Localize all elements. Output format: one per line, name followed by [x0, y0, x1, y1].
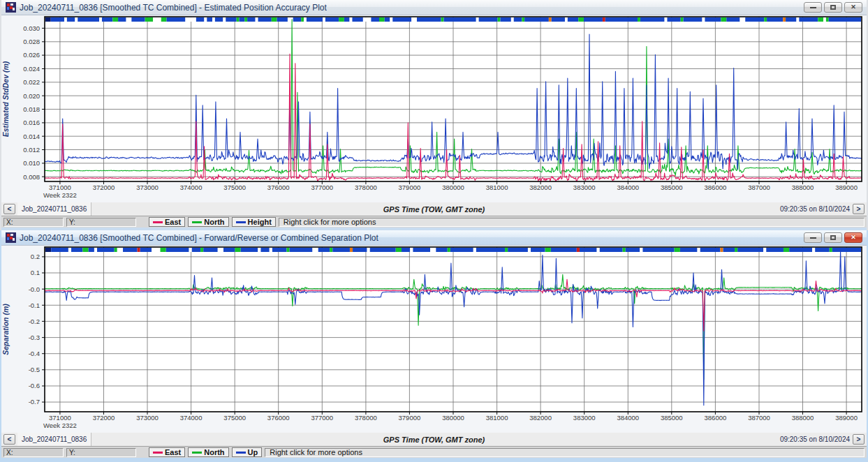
svg-text:-0.2: -0.2: [29, 318, 40, 325]
accuracy-window-titlebar[interactable]: Job_20240711_0836 [Smoothed TC Combined]…: [1, 0, 867, 15]
svg-text:0.020: 0.020: [23, 92, 40, 100]
legend-north-label: North: [204, 448, 224, 456]
svg-text:389000: 389000: [835, 414, 858, 422]
svg-text:388000: 388000: [792, 184, 814, 191]
svg-text:377000: 377000: [311, 414, 333, 422]
svg-text:373000: 373000: [136, 414, 159, 422]
next-plot-button[interactable]: >: [853, 434, 865, 445]
svg-text:0.018: 0.018: [23, 105, 40, 113]
svg-text:377000: 377000: [311, 184, 333, 191]
svg-text:375000: 375000: [223, 184, 246, 191]
svg-text:376000: 376000: [267, 414, 290, 422]
svg-text:389000: 389000: [835, 184, 858, 191]
minimize-icon: [810, 7, 816, 8]
plot-timestamp: 09:20:35 on 8/10/2024: [780, 435, 853, 443]
north-line-swatch: [192, 452, 202, 454]
legend-up-label: Up: [248, 448, 258, 456]
svg-text:371000: 371000: [49, 414, 71, 422]
cursor-x-readout: X:: [3, 218, 64, 227]
svg-text:0.012: 0.012: [23, 146, 40, 154]
accuracy-plot-canvas[interactable]: 3710003720003730003740003750003760003770…: [1, 15, 867, 202]
svg-text:386000: 386000: [705, 414, 727, 422]
svg-text:387000: 387000: [748, 414, 770, 422]
minimize-button[interactable]: [804, 2, 822, 13]
separation-status-bar: X: Y: East North Up Right click for more…: [1, 446, 867, 458]
svg-text:-0.0: -0.0: [29, 285, 40, 293]
svg-text:382000: 382000: [529, 414, 552, 422]
maximize-icon: [830, 235, 836, 240]
close-icon: ✕: [851, 234, 856, 241]
svg-text:383000: 383000: [573, 184, 596, 191]
legend-east-label: East: [165, 448, 181, 456]
prev-plot-button[interactable]: <: [3, 434, 15, 445]
separation-plot-canvas[interactable]: 3710003720003730003740003750003760003770…: [1, 246, 867, 433]
cursor-x-readout: X:: [3, 448, 64, 457]
legend-up: Up: [232, 447, 263, 457]
svg-text:372000: 372000: [93, 414, 115, 422]
x-axis-title: GPS Time (TOW, GMT zone): [1, 435, 867, 444]
svg-text:Week 2322: Week 2322: [43, 191, 77, 199]
svg-text:378000: 378000: [355, 414, 377, 422]
svg-text:380000: 380000: [442, 414, 464, 422]
maximize-icon: [830, 5, 836, 10]
tab-job[interactable]: Job_20240711_0836: [17, 202, 91, 216]
svg-text:373000: 373000: [136, 184, 159, 191]
legend-height-label: Height: [248, 218, 272, 226]
svg-text:0.030: 0.030: [23, 24, 40, 32]
tab-job[interactable]: Job_20240711_0836: [17, 433, 91, 446]
svg-text:382000: 382000: [529, 184, 552, 191]
close-icon: ✕: [851, 4, 856, 10]
legend-height: Height: [232, 217, 276, 227]
svg-text:384000: 384000: [617, 414, 639, 422]
maximize-button[interactable]: [824, 232, 842, 243]
svg-text:0.008: 0.008: [23, 173, 40, 181]
svg-text:0.022: 0.022: [23, 78, 40, 86]
close-button[interactable]: ✕: [844, 2, 862, 13]
plot-timestamp: 09:20:35 on 8/10/2024: [780, 205, 853, 213]
window-title: Job_20240711_0836 [Smoothed TC Combined]…: [20, 233, 378, 243]
next-plot-button[interactable]: >: [853, 204, 865, 214]
svg-text:386000: 386000: [705, 184, 727, 191]
svg-text:Estimated StdDev (m): Estimated StdDev (m): [1, 61, 10, 137]
svg-text:374000: 374000: [180, 414, 203, 422]
cursor-y-readout: Y:: [66, 218, 136, 227]
svg-text:0.026: 0.026: [23, 51, 40, 59]
svg-text:-0.5: -0.5: [29, 366, 40, 373]
svg-text:387000: 387000: [748, 184, 770, 191]
svg-text:383000: 383000: [573, 414, 596, 422]
svg-text:Week 2322: Week 2322: [43, 422, 77, 429]
legend-north: North: [188, 447, 228, 457]
svg-text:388000: 388000: [792, 414, 814, 422]
svg-text:385000: 385000: [661, 184, 683, 191]
svg-text:0.028: 0.028: [23, 38, 40, 45]
separation-plot-window: Job_20240711_0836 [Smoothed TC Combined]…: [0, 230, 868, 462]
accuracy-tab-row: < Job_20240711_0836 GPS Time (TOW, GMT z…: [1, 202, 867, 216]
svg-text:0.010: 0.010: [23, 159, 40, 167]
svg-text:-0.6: -0.6: [29, 382, 40, 389]
legend-east: East: [149, 447, 185, 457]
hint-message: Right click for more options: [279, 218, 865, 227]
x-axis-title: GPS Time (TOW, GMT zone): [1, 205, 867, 214]
minimize-button[interactable]: [804, 232, 822, 243]
maximize-button[interactable]: [824, 2, 842, 13]
separation-window-titlebar[interactable]: Job_20240711_0836 [Smoothed TC Combined]…: [1, 230, 867, 246]
north-line-swatch: [192, 221, 202, 223]
close-button[interactable]: ✕: [844, 232, 862, 243]
svg-text:371000: 371000: [49, 184, 71, 191]
window-title: Job_20240711_0836 [Smoothed TC Combined]…: [20, 3, 327, 13]
window-bottom-border: [1, 458, 867, 462]
svg-text:385000: 385000: [661, 414, 683, 422]
accuracy-plot-window: Job_20240711_0836 [Smoothed TC Combined]…: [0, 0, 868, 230]
east-line-swatch: [153, 452, 163, 454]
svg-text:-0.4: -0.4: [29, 350, 40, 357]
height-line-swatch: [236, 221, 246, 223]
svg-text:0.024: 0.024: [23, 65, 40, 73]
svg-text:384000: 384000: [617, 184, 639, 191]
svg-text:0.1: 0.1: [31, 269, 40, 276]
app-icon: [6, 232, 16, 243]
prev-plot-button[interactable]: <: [3, 204, 15, 214]
separation-tab-row: < Job_20240711_0836 GPS Time (TOW, GMT z…: [1, 433, 867, 446]
svg-text:380000: 380000: [442, 184, 464, 191]
legend-east-label: East: [165, 218, 181, 226]
svg-text:0.2: 0.2: [31, 253, 40, 260]
